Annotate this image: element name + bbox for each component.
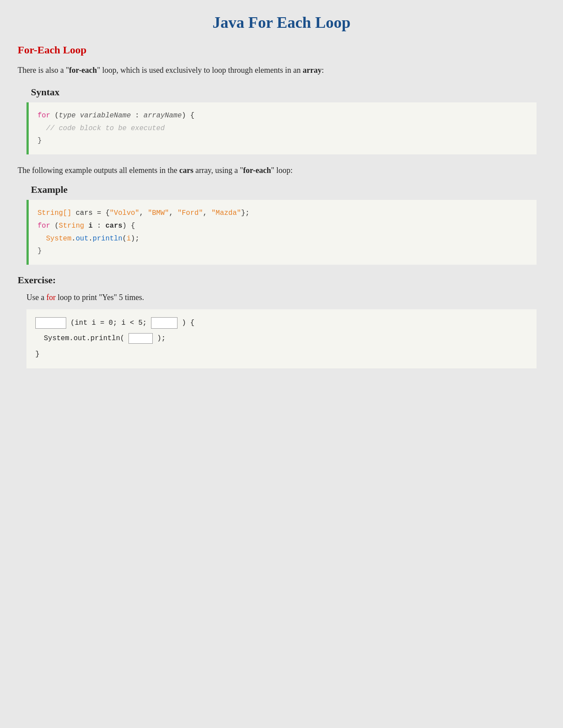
syntax-for-keyword: for — [38, 112, 50, 120]
example-code-block: String[] cars = {"Volvo", "BMW", "Ford",… — [26, 200, 537, 265]
exercise-print-input[interactable] — [128, 333, 153, 344]
exercise-for-word: for — [46, 293, 56, 302]
example-intro-keyword: for-each — [243, 166, 271, 175]
exercise-increment-input[interactable] — [151, 317, 178, 329]
exercise-code-line-1: (int i = 0; i < 5; ) { — [35, 315, 528, 331]
exercise-input-for[interactable] — [35, 319, 71, 327]
intro-paragraph: There is also a "for-each" loop, which i… — [18, 64, 545, 77]
intro-before: There is also a " — [18, 66, 69, 75]
syntax-line-1: for (type variableName : arrayName) { — [38, 109, 528, 122]
syntax-line-3: } — [38, 135, 528, 147]
example-intro-middle: array, using a " — [193, 166, 243, 175]
exercise-code-line-3: } — [35, 347, 528, 362]
example-line-4: } — [38, 245, 528, 258]
intro-after: " loop, which is used exclusively to loo… — [97, 66, 303, 75]
exercise-code-line-2: System.out.println( ); — [35, 331, 528, 346]
example-intro-before: The following example outputs all elemen… — [18, 166, 179, 175]
page-title: Java For Each Loop — [18, 13, 545, 32]
example-label: Example — [31, 184, 545, 195]
example-line-3: System.out.println(i); — [38, 233, 528, 245]
example-line-1: String[] cars = {"Volvo", "BMW", "Ford",… — [38, 207, 528, 220]
example-line-2: for (String i : cars) { — [38, 220, 528, 233]
example-intro-bold: cars — [179, 166, 193, 175]
exercise-code-block: (int i = 0; i < 5; ) { System.out.printl… — [26, 309, 537, 368]
intro-keyword: for-each — [69, 66, 97, 75]
exercise-section: Exercise: Use a for loop to print "Yes" … — [18, 274, 545, 368]
section-heading: For-Each Loop — [18, 44, 545, 56]
syntax-line-2: // code block to be executed — [38, 122, 528, 135]
exercise-for-input[interactable] — [35, 317, 66, 329]
exercise-instruction-before: Use a — [26, 293, 46, 302]
exercise-input-increment[interactable] — [151, 319, 182, 327]
example-intro-paragraph: The following example outputs all elemen… — [18, 164, 545, 177]
exercise-instruction: Use a for loop to print "Yes" 5 times. — [26, 293, 545, 302]
example-intro-after: " loop: — [271, 166, 293, 175]
intro-colon: : — [321, 66, 324, 75]
exercise-instruction-after: loop to print "Yes" 5 times. — [56, 293, 144, 302]
syntax-code-block: for (type variableName : arrayName) { //… — [26, 102, 537, 154]
exercise-input-print[interactable] — [128, 334, 157, 342]
syntax-label: Syntax — [31, 86, 545, 98]
exercise-heading: Exercise: — [18, 274, 545, 286]
intro-array: array — [302, 66, 321, 75]
